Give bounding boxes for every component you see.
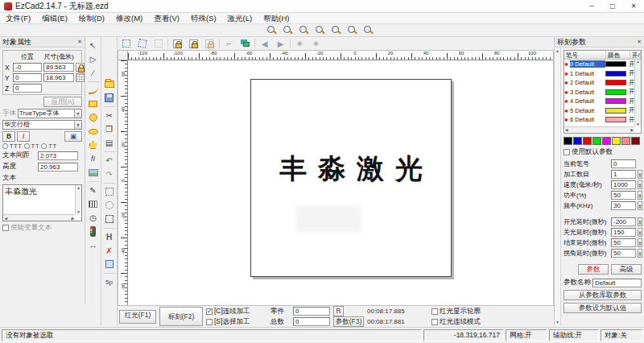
delay-tool-icon[interactable]: ◷ bbox=[86, 211, 100, 224]
lock-z-icon[interactable] bbox=[203, 37, 217, 50]
anchor-grid-button[interactable] bbox=[76, 73, 85, 82]
zoom-out-icon[interactable] bbox=[299, 25, 310, 35]
frequency-input[interactable]: 30 bbox=[611, 201, 636, 210]
lock-x-icon[interactable] bbox=[171, 37, 184, 50]
hatch-preview2-icon[interactable]: ✳ bbox=[309, 37, 323, 50]
zoom-page-icon[interactable] bbox=[347, 25, 358, 35]
spinner[interactable]: ▲▼ bbox=[638, 228, 642, 237]
cut-icon[interactable]: ✂ bbox=[102, 109, 116, 122]
menu-draw[interactable]: 绘制(D) bbox=[73, 13, 110, 24]
lock-y-icon[interactable] bbox=[187, 37, 200, 50]
text-content-input[interactable]: 丰淼激光 ▲▼ ◀▶ bbox=[2, 184, 82, 221]
part-count-input[interactable]: 0 bbox=[293, 307, 330, 316]
pen-list-vscrollbar[interactable]: ▲▼ bbox=[634, 60, 641, 126]
red-continuous-checkbox[interactable] bbox=[431, 319, 438, 325]
save-font-button[interactable]: ▣ bbox=[64, 131, 82, 142]
menu-view[interactable]: 查看(V) bbox=[148, 13, 185, 24]
table-icon[interactable] bbox=[102, 258, 116, 271]
laser-off-delay-input[interactable]: 150 bbox=[611, 228, 636, 237]
continuous-checkbox[interactable] bbox=[206, 308, 213, 315]
curve-tool-icon[interactable] bbox=[86, 84, 100, 97]
pos-z-input[interactable]: 0 bbox=[13, 84, 42, 93]
status-object-toggle[interactable]: 对象:关 bbox=[601, 329, 642, 341]
panel-scrollbar[interactable]: ▲▼ bbox=[555, 48, 561, 325]
pen-row[interactable]: ✱1 Default开 bbox=[564, 69, 641, 79]
menu-edit[interactable]: 编辑(E) bbox=[36, 13, 73, 24]
size-x-input[interactable]: 89.563 bbox=[43, 63, 74, 72]
mark-button[interactable]: 标刻(F2) bbox=[159, 307, 203, 326]
total-count-input[interactable]: 0 bbox=[293, 317, 330, 326]
part-reset-button[interactable]: R bbox=[333, 306, 344, 316]
paste-icon[interactable]: ▤ bbox=[102, 136, 116, 149]
menu-help[interactable]: 帮助(H) bbox=[258, 13, 295, 24]
palette-swatch[interactable] bbox=[592, 137, 601, 145]
menu-laser[interactable]: 激光(L) bbox=[222, 13, 258, 24]
mark-text-object[interactable]: 丰淼激光 bbox=[251, 151, 451, 188]
font-type-select[interactable]: TrueType字体▼ bbox=[18, 109, 82, 118]
spinner[interactable]: ▲▼ bbox=[638, 180, 642, 189]
circle-tool-icon[interactable] bbox=[86, 111, 100, 124]
drawing-canvas[interactable]: -120 -100 -80 -60 -40 -20 0 20 40 60 80 … bbox=[118, 50, 554, 306]
palette-swatch[interactable] bbox=[564, 137, 572, 145]
bitmap-tool-icon[interactable] bbox=[86, 166, 100, 179]
maximize-button[interactable]: ▢ bbox=[602, 0, 623, 13]
align-right-radio[interactable] bbox=[41, 143, 47, 149]
zoom-selection-icon[interactable] bbox=[315, 25, 326, 35]
line-tool-icon[interactable]: ∕ bbox=[86, 66, 100, 79]
palette-swatch[interactable] bbox=[602, 137, 611, 145]
font-name-select[interactable]: 华文行楷▼ bbox=[2, 120, 82, 130]
tools-icon[interactable]: ✗ bbox=[102, 244, 116, 257]
pen-row[interactable]: ✱5 Default开 bbox=[564, 106, 641, 116]
chevron-down-icon[interactable]: ▼ bbox=[74, 121, 81, 129]
size-y-input[interactable]: 18.963 bbox=[43, 73, 74, 82]
rectangle-tool-icon[interactable] bbox=[86, 97, 100, 110]
work-area[interactable]: 丰淼激光 bbox=[250, 79, 452, 277]
red-light-button[interactable]: 红光(F1) bbox=[119, 310, 156, 324]
open-file-icon[interactable] bbox=[102, 77, 116, 90]
node-edit-tool-icon[interactable]: ▷ bbox=[86, 52, 100, 65]
undo-icon[interactable]: ↶ bbox=[102, 154, 116, 167]
redo-icon[interactable]: ↷ bbox=[102, 167, 116, 180]
barcode-tool-icon[interactable] bbox=[86, 197, 100, 210]
panel-close-icon[interactable]: ✕ bbox=[637, 39, 642, 45]
pos-x-input[interactable]: -0 bbox=[13, 63, 42, 72]
palette-swatch[interactable] bbox=[631, 137, 640, 145]
palette-swatch[interactable] bbox=[621, 137, 630, 145]
ellipse-tool-icon[interactable] bbox=[86, 125, 100, 138]
pos-y-input[interactable]: 0 bbox=[13, 73, 42, 82]
variable-text-checkbox[interactable] bbox=[2, 225, 9, 231]
red-contour-checkbox[interactable] bbox=[431, 308, 438, 315]
chevron-down-icon[interactable]: ▼ bbox=[74, 110, 81, 118]
textarea-hscrollbar[interactable]: ◀▶ bbox=[3, 214, 75, 221]
palette-swatch[interactable] bbox=[612, 137, 621, 145]
pen-row[interactable]: ✱6 Default开 bbox=[564, 115, 641, 125]
param-name-input[interactable]: Default bbox=[592, 279, 642, 287]
status-guide-toggle[interactable]: 辅助线:开 bbox=[549, 329, 599, 341]
pen-list[interactable]: 笔号 颜色 开/关 ✱0 Default开 ✱1 Default开 ✱2 Def… bbox=[564, 50, 642, 134]
copy-icon[interactable]: ❐ bbox=[102, 122, 116, 135]
pen-col-state[interactable]: 开/关 bbox=[630, 51, 641, 59]
apply-button[interactable]: 应用(A) bbox=[43, 97, 82, 107]
speed-input[interactable]: 1000 bbox=[611, 180, 636, 189]
select-tool-icon[interactable]: ↖ bbox=[86, 39, 100, 52]
status-grid-toggle[interactable]: 网格:开 bbox=[506, 329, 547, 341]
char-space-input[interactable]: 2.073 bbox=[38, 151, 78, 160]
transform-move-icon[interactable] bbox=[119, 37, 133, 50]
save-file-icon[interactable] bbox=[102, 91, 116, 104]
pen-row[interactable]: ✱3 Default开 bbox=[564, 88, 641, 97]
path-snap-icon[interactable]: ⌐ bbox=[222, 37, 236, 50]
hatch-preview-icon[interactable]: ✳ bbox=[293, 37, 307, 50]
measure-tool-icon[interactable]: ↔ bbox=[86, 238, 100, 251]
array-copy-icon[interactable] bbox=[102, 185, 116, 198]
minimize-button[interactable]: ─ bbox=[581, 0, 602, 13]
zoom-all-icon[interactable] bbox=[331, 25, 342, 35]
pen-row[interactable]: ✱4 Default开 bbox=[564, 97, 641, 106]
spinner[interactable]: ▲▼ bbox=[638, 217, 642, 226]
layer-color-icon[interactable] bbox=[238, 37, 252, 50]
zoom-previous-icon[interactable] bbox=[363, 25, 374, 35]
pen-col-color[interactable]: 颜色 bbox=[606, 51, 630, 59]
textarea-vscrollbar[interactable]: ▲▼ bbox=[75, 185, 81, 214]
spinner[interactable]: ▲▼ bbox=[638, 238, 642, 247]
aspect-lock-icon[interactable] bbox=[76, 63, 85, 72]
menu-modify[interactable]: 修改(M) bbox=[110, 13, 148, 24]
